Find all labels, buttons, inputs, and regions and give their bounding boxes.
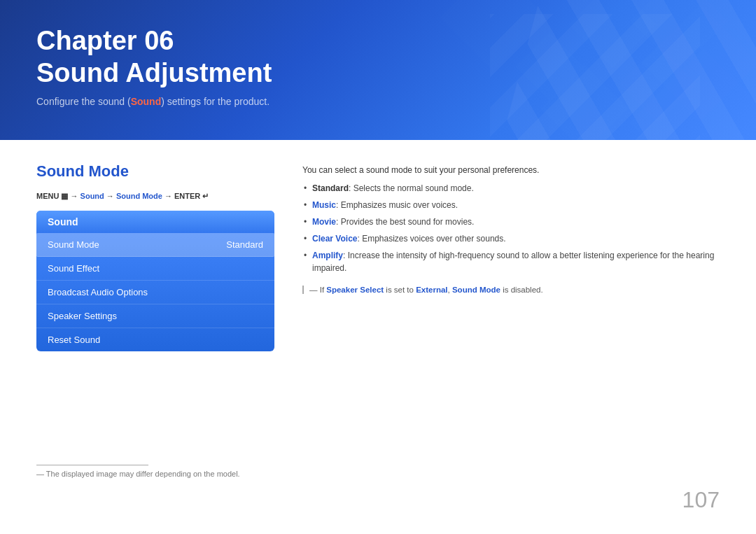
note-suffix: is disabled. <box>500 286 543 294</box>
bullet-clear-voice: Clear Voice: Emphasizes voices over othe… <box>302 232 720 245</box>
sound-panel-header: Sound <box>36 211 274 233</box>
menu-navigation: MENU ▦ → Sound → Sound Mode → ENTER ↵ <box>36 192 274 201</box>
menu-item-value: Standard <box>226 239 263 250</box>
text-standard: : Selects the normal sound mode. <box>349 183 474 193</box>
sound-panel: Sound Sound Mode Standard Sound Effect B… <box>36 211 274 351</box>
menu-item-reset-sound[interactable]: Reset Sound <box>36 328 274 351</box>
bullet-movie: Movie: Provides the best sound for movie… <box>302 216 720 228</box>
term-movie: Movie <box>312 217 336 227</box>
bullet-music: Music: Emphasizes music over voices. <box>302 199 720 211</box>
bullet-amplify: Amplify: Increase the intensity of high-… <box>302 249 720 274</box>
header-banner: Chapter 06 Sound Adjustment Configure th… <box>0 0 756 140</box>
footer-note: ― The displayed image may differ dependi… <box>36 465 240 478</box>
menu-item-label: Speaker Settings <box>48 311 117 321</box>
page-number: 107 <box>682 487 720 513</box>
text-music: : Emphasizes music over voices. <box>336 200 458 210</box>
note-term-sound-mode: Sound Mode <box>452 286 500 294</box>
note-term-external: External <box>416 286 447 294</box>
menu-item-label: Reset Sound <box>48 335 100 345</box>
left-column: Sound Mode MENU ▦ → Sound → Sound Mode →… <box>36 162 274 351</box>
term-standard: Standard <box>312 183 349 193</box>
term-amplify: Amplify <box>312 251 343 260</box>
nav-sound: Sound <box>80 192 104 200</box>
speaker-select-note: ― If Speaker Select is set to External, … <box>302 286 720 294</box>
right-column: You can select a sound mode to suit your… <box>302 162 720 351</box>
page-title: Sound Adjustment <box>36 57 720 90</box>
text-amplify: : Increase the intensity of high-frequen… <box>312 251 714 273</box>
subtitle-prefix: Configure the sound ( <box>36 96 131 107</box>
nav-arrow3: → ENTER <box>162 192 202 200</box>
note-prefix: ― If <box>309 286 326 294</box>
menu-item-label: Broadcast Audio Options <box>48 287 148 297</box>
menu-item-sound-effect[interactable]: Sound Effect <box>36 257 274 281</box>
menu-item-sound-mode[interactable]: Sound Mode Standard <box>36 233 274 257</box>
main-content: Sound Mode MENU ▦ → Sound → Sound Mode →… <box>0 140 756 374</box>
nav-arrow1: → <box>68 192 80 200</box>
text-movie: : Provides the best sound for movies. <box>336 217 474 227</box>
nav-mode: Sound Mode <box>116 192 162 200</box>
section-title: Sound Mode <box>36 162 274 181</box>
description-intro: You can select a sound mode to suit your… <box>302 165 720 175</box>
subtitle-suffix: ) settings for the product. <box>161 96 270 107</box>
chapter-title: Chapter 06 <box>36 25 720 57</box>
menu-item-label: Sound Effect <box>48 263 99 274</box>
bullet-list: Standard: Selects the normal sound mode.… <box>302 182 720 274</box>
subtitle-highlight: Sound <box>131 96 162 107</box>
nav-arrow2: → <box>104 192 116 200</box>
menu-item-label: Sound Mode <box>48 239 99 250</box>
menu-item-speaker-settings[interactable]: Speaker Settings <box>36 304 274 328</box>
menu-item-broadcast-audio[interactable]: Broadcast Audio Options <box>36 281 274 304</box>
term-clear-voice: Clear Voice <box>312 234 357 244</box>
nav-enter-icon: ↵ <box>202 192 209 200</box>
nav-menu-label: MENU <box>36 192 61 200</box>
note-term-speaker-select: Speaker Select <box>326 286 384 294</box>
text-clear-voice: : Emphasizes voices over other sounds. <box>357 234 505 244</box>
nav-menu-icon: ▦ <box>61 192 68 200</box>
term-music: Music <box>312 200 336 210</box>
header-subtitle: Configure the sound (Sound) settings for… <box>36 96 720 107</box>
bullet-standard: Standard: Selects the normal sound mode. <box>302 182 720 195</box>
note-mid: is set to <box>384 286 416 294</box>
